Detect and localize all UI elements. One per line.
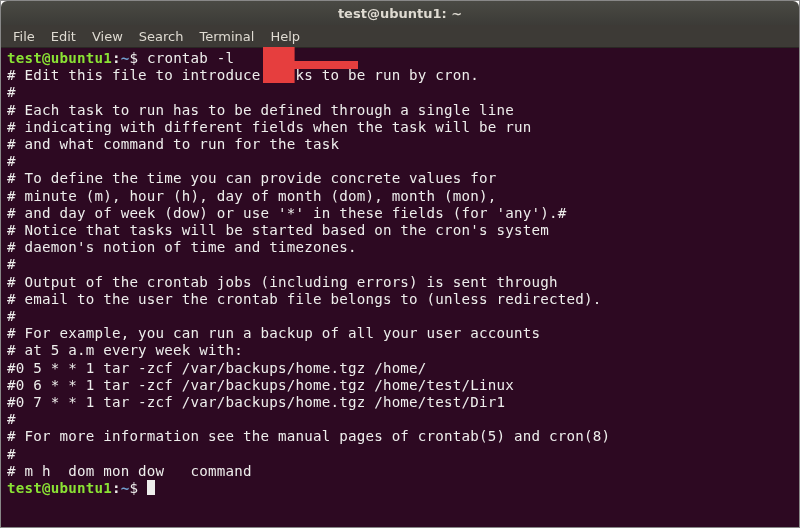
output-line: #0 6 * * 1 tar -zcf /var/backups/home.tg… (7, 377, 514, 393)
output-line: # For example, you can run a backup of a… (7, 325, 540, 341)
output-line: # Output of the crontab jobs (including … (7, 274, 558, 290)
prompt-user-host: test@ubuntu1 (7, 50, 112, 66)
output-line: # Each task to run has to be defined thr… (7, 102, 514, 118)
output-line: # indicating with different fields when … (7, 119, 532, 135)
output-line: #0 5 * * 1 tar -zcf /var/backups/home.tg… (7, 360, 427, 376)
prompt-user-host: test@ubuntu1 (7, 480, 112, 496)
output-line: # (7, 256, 16, 272)
output-line: # (7, 446, 16, 462)
menu-view[interactable]: View (84, 26, 131, 47)
command-text: crontab -l (147, 50, 234, 66)
output-line: # and what command to run for the task (7, 136, 339, 152)
menubar: File Edit View Search Terminal Help (1, 25, 799, 48)
output-line: # Notice that tasks will be started base… (7, 222, 549, 238)
window-title: test@ubuntu1: ~ (338, 6, 462, 21)
output-line: # m h dom mon dow command (7, 463, 252, 479)
output-line: # and day of week (dow) or use '*' in th… (7, 205, 566, 221)
menu-search[interactable]: Search (131, 26, 192, 47)
prompt-colon: : (112, 50, 121, 66)
output-line: # minute (m), hour (h), day of month (do… (7, 188, 497, 204)
output-line: # (7, 153, 16, 169)
output-line: # email to the user the crontab file bel… (7, 291, 601, 307)
output-line: # To define the time you can provide con… (7, 170, 497, 186)
output-line: # at 5 a.m every week with: (7, 342, 243, 358)
output-line: # (7, 411, 16, 427)
menu-file[interactable]: File (5, 26, 43, 47)
terminal-area[interactable]: test@ubuntu1:~$ crontab -l # Edit this f… (1, 48, 799, 527)
menu-edit[interactable]: Edit (43, 26, 84, 47)
menu-terminal[interactable]: Terminal (191, 26, 262, 47)
prompt-symbol: $ (129, 50, 138, 66)
output-line: # (7, 84, 16, 100)
terminal-cursor (147, 480, 155, 495)
prompt-colon: : (112, 480, 121, 496)
output-line: #0 7 * * 1 tar -zcf /var/backups/home.tg… (7, 394, 505, 410)
output-line: # (7, 308, 16, 324)
output-line: # For more information see the manual pa… (7, 428, 610, 444)
menu-help[interactable]: Help (262, 26, 308, 47)
output-line: # daemon's notion of time and timezones. (7, 239, 357, 255)
window-titlebar: test@ubuntu1: ~ (1, 1, 799, 25)
prompt-symbol: $ (129, 480, 138, 496)
output-line: # Edit this file to introduce tasks to b… (7, 67, 479, 83)
